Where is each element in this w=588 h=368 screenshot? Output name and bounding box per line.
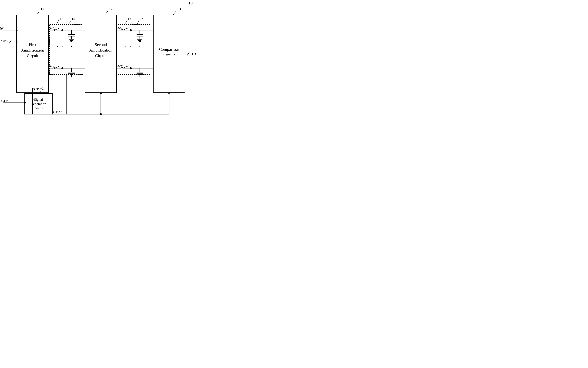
block-14-label-3: Circuit (33, 106, 43, 110)
switch1-top-arm (55, 28, 60, 30)
label-16: 16 (140, 17, 143, 21)
switch2-bot-arm (123, 66, 129, 68)
figure-number: 10 (188, 1, 193, 5)
ctr2-label: CTR2 (53, 110, 62, 114)
switch1-top-open (53, 29, 55, 31)
vrefs-sub: REFs (2, 40, 8, 43)
svg-line-33 (125, 20, 127, 25)
label-18: 18 (128, 17, 131, 21)
svg-line-1 (37, 11, 40, 15)
block-11-label-2: Amplification (21, 48, 44, 53)
dots-1a: ⋮ (55, 44, 60, 49)
out-label: OUT (195, 51, 196, 56)
svg-line-3 (173, 11, 176, 15)
dots-2b: ⋮ (128, 44, 133, 49)
block11-dots: ⋮ (30, 53, 35, 58)
dashed-box-1 (49, 25, 83, 74)
block-14-label-2: Generation (31, 102, 46, 106)
dots-1c: ⋮ (69, 44, 74, 49)
switch1-bot-open (53, 67, 55, 69)
clk-label: CLK (1, 99, 9, 103)
svg-line-16 (69, 20, 71, 25)
svg-line-15 (56, 20, 59, 25)
in-label: IN (0, 26, 4, 30)
ctr1-label: CTR1 (34, 87, 43, 91)
switch1-bot-arm (55, 66, 60, 68)
block-12-label-1: Second (95, 42, 107, 47)
block-14-label-1: Signal (34, 98, 43, 101)
block12-dots: ⋮ (98, 53, 103, 58)
dots-2a: ⋮ (124, 44, 128, 49)
block-11-label-1: First (29, 42, 36, 47)
block-12-number: 12 (109, 7, 113, 11)
block-13-label-2: Circuit (164, 53, 175, 57)
out-arrow-head (192, 53, 194, 55)
switch2-top-arm (123, 28, 129, 30)
svg-line-2 (105, 11, 108, 15)
label-15: 15 (72, 17, 75, 21)
dots-1b: ⋮ (60, 44, 65, 49)
circuit-diagram: 10 11 First Amplification Circuit 12 Sec… (0, 0, 196, 123)
label-17: 17 (59, 17, 63, 21)
block-13-label-1: Comparison (159, 47, 179, 52)
switch2-top-open (121, 29, 123, 31)
block-11-number: 11 (40, 7, 44, 11)
block-12-label-2: Amplification (89, 48, 112, 53)
switch2-bot-open (121, 67, 123, 69)
block-13-number: 13 (177, 7, 181, 11)
dots-2c: ⋮ (137, 44, 142, 49)
svg-line-34 (137, 20, 139, 25)
